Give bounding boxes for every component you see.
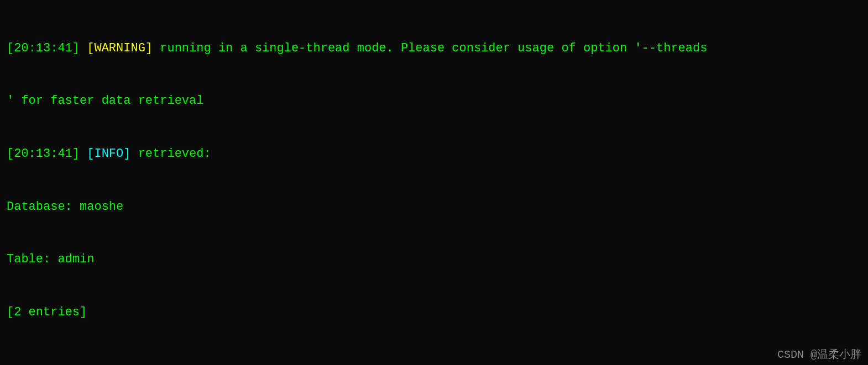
line-table: Table: admin	[7, 251, 861, 268]
line-database: Database: maoshe	[7, 198, 861, 216]
footer-branding: CSDN @温柔小胖	[777, 347, 861, 363]
footer-bar: CSDN @温柔小胖	[0, 345, 868, 365]
terminal-output: [20:13:41] [WARNING] running in a single…	[7, 4, 861, 365]
line-entries: [2 entries]	[7, 304, 861, 321]
line-warning-cont: ' for faster data retrieval	[7, 92, 861, 110]
line-warning: [20:13:41] [WARNING] running in a single…	[7, 40, 861, 57]
line-info-retrieved: [20:13:41] [INFO] retrieved:	[7, 145, 861, 163]
